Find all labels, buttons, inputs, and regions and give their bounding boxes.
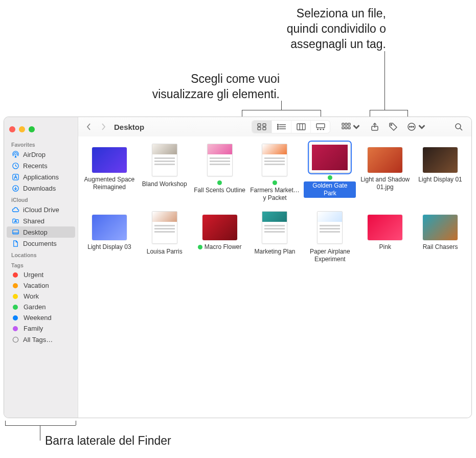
sidebar-item-icloud-drive[interactable]: iCloud Drive [4, 204, 78, 215]
svg-rect-21 [316, 124, 325, 128]
sidebar-tag-urgent[interactable]: Urgent [4, 269, 78, 280]
file-name-label: Light and Shadow 01.jpg [359, 176, 411, 191]
svg-rect-26 [345, 123, 347, 125]
view-gallery-button[interactable] [310, 121, 330, 133]
sidebar-item-label: Downloads [23, 185, 56, 192]
svg-rect-27 [348, 123, 350, 125]
group-by-button[interactable] [338, 120, 364, 133]
traffic-lights [9, 126, 35, 132]
sidebar-item-shared[interactable]: Shared [4, 215, 78, 226]
downloads-icon [11, 184, 19, 192]
file-name-label: Marketing Plan [254, 248, 295, 256]
callout-share: Seleziona un file, quindi condividilo o … [287, 6, 386, 52]
file-name-label: Pink [379, 243, 391, 251]
callout-sidebar: Barra laterale del Finder [45, 433, 171, 449]
tag-dot-icon [13, 305, 18, 310]
maximize-button[interactable] [29, 126, 35, 132]
file-item[interactable]: Louisa Parris [139, 210, 191, 263]
svg-point-15 [277, 124, 278, 125]
svg-point-32 [391, 124, 392, 125]
file-name-label: Light Display 03 [87, 243, 131, 251]
svg-rect-25 [342, 123, 344, 125]
sidebar-tag-family[interactable]: Family [4, 323, 78, 334]
sidebar-item-label: Work [24, 292, 39, 300]
svg-point-37 [456, 124, 461, 129]
tag-dot-icon [273, 180, 277, 185]
callout-view: Scegli come vuoi visualizzare gli elemen… [152, 72, 280, 102]
svg-rect-23 [320, 129, 321, 130]
file-item[interactable]: Fall Scents Outline [194, 143, 246, 202]
airdrop-icon [11, 150, 19, 158]
sidebar-item-label: All Tags… [23, 336, 53, 344]
file-item[interactable]: Augmented Space Reimagined [83, 143, 135, 202]
svg-line-38 [460, 128, 462, 130]
file-item[interactable]: Macro Flower [194, 210, 246, 263]
svg-point-16 [277, 126, 278, 127]
view-column-button[interactable] [291, 121, 310, 133]
file-thumbnail [92, 215, 127, 240]
file-item[interactable]: Bland Workshop [139, 143, 191, 202]
svg-point-34 [410, 126, 411, 127]
file-thumbnail [312, 210, 347, 245]
file-item[interactable]: Golden Gate Park [304, 143, 356, 202]
sidebar-item-all-tags[interactable]: All Tags… [4, 334, 78, 345]
sidebar-item-applications[interactable]: Applications [4, 171, 78, 182]
file-name-label: Augmented Space Reimagined [83, 176, 135, 191]
sidebar-tag-weekend[interactable]: Weekend [4, 312, 78, 323]
sidebar-item-label: Recents [23, 162, 48, 170]
minimize-button[interactable] [19, 126, 25, 132]
sidebar-tag-work[interactable]: Work [4, 291, 78, 302]
sidebar-item-recents[interactable]: Recents [4, 160, 78, 171]
recents-icon [11, 162, 19, 170]
close-button[interactable] [9, 126, 15, 132]
file-thumbnail [310, 143, 350, 172]
sidebar-item-desktop[interactable]: Desktop [7, 226, 75, 238]
finder-window: Favorites AirDropRecentsApplicationsDown… [4, 117, 472, 418]
file-thumbnail [423, 147, 458, 173]
file-item[interactable]: Rail Chasers [414, 210, 466, 263]
file-thumbnail [202, 143, 237, 177]
file-name-label: Light Display 01 [418, 176, 462, 184]
svg-rect-22 [317, 129, 319, 130]
view-list-button[interactable] [271, 121, 291, 133]
forward-button[interactable] [98, 122, 109, 132]
sidebar-tag-vacation[interactable]: Vacation [4, 280, 78, 291]
sidebar-item-airdrop[interactable]: AirDrop [4, 149, 78, 160]
file-thumbnail [423, 215, 458, 240]
search-button[interactable] [451, 120, 466, 133]
file-item[interactable]: Pink [359, 210, 411, 263]
svg-point-35 [411, 126, 412, 127]
file-thumbnail [368, 215, 402, 240]
file-item[interactable]: Marketing Plan [249, 210, 301, 263]
file-thumbnail [368, 147, 402, 173]
svg-rect-5 [12, 230, 18, 234]
sidebar: Favorites AirDropRecentsApplicationsDown… [4, 117, 78, 418]
sidebar-tag-garden[interactable]: Garden [4, 302, 78, 312]
svg-point-36 [413, 126, 414, 127]
file-item[interactable]: Light Display 01 [414, 143, 466, 202]
sidebar-item-documents[interactable]: Documents [4, 238, 78, 249]
view-icon-button[interactable] [252, 121, 271, 133]
all-tags-icon [11, 335, 19, 344]
more-button[interactable] [404, 120, 429, 133]
file-item[interactable]: Light Display 03 [83, 210, 135, 263]
share-button[interactable] [367, 120, 382, 133]
view-mode-segmented [252, 120, 330, 133]
file-thumbnail [257, 210, 292, 245]
file-thumbnail [147, 143, 182, 177]
tag-button[interactable] [386, 120, 401, 133]
sidebar-section-locations: Locations [4, 249, 78, 259]
apps-icon [11, 173, 19, 181]
file-name-label: Farmers Market…y Packet [249, 180, 301, 202]
back-button[interactable] [83, 122, 95, 132]
file-item[interactable]: Light and Shadow 01.jpg [359, 143, 411, 202]
toolbar: Desktop [78, 117, 471, 136]
svg-rect-10 [258, 127, 261, 130]
file-item[interactable]: Paper Airplane Experiment [304, 210, 356, 263]
sidebar-section-tags: Tags [4, 259, 78, 269]
file-item[interactable]: Farmers Market…y Packet [249, 143, 301, 202]
sidebar-item-label: iCloud Drive [23, 206, 59, 214]
sidebar-item-downloads[interactable]: Downloads [4, 182, 78, 194]
sidebar-item-label: Documents [23, 240, 57, 247]
file-thumbnail [202, 215, 237, 240]
